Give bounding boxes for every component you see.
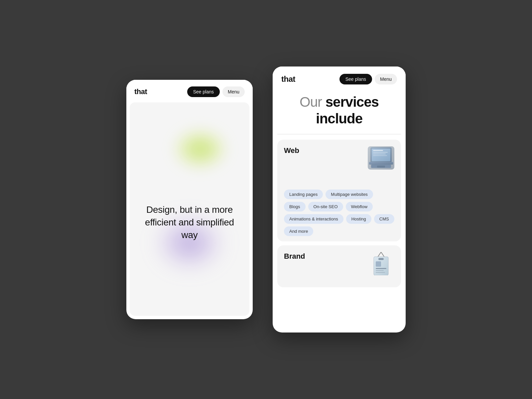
tag-blogs: Blogs	[284, 202, 306, 211]
tag-landing-pages: Landing pages	[284, 190, 323, 199]
web-card-image	[368, 146, 394, 170]
web-service-card: Web	[277, 140, 401, 241]
left-logo: that	[134, 87, 147, 96]
svg-rect-5	[373, 155, 387, 156]
svg-rect-2	[373, 150, 383, 151]
svg-rect-3	[373, 152, 388, 153]
right-phone-header: that See plans Menu	[273, 66, 406, 90]
section-divider	[277, 134, 401, 134]
tag-cms: CMS	[374, 214, 394, 224]
tag-multipage: Multipage websites	[326, 190, 373, 199]
hero-text-block: Design, but in a more efficient and simp…	[130, 197, 249, 248]
tag-hosting: Hosting	[346, 214, 371, 224]
tag-more: And more	[284, 226, 313, 236]
svg-rect-8	[377, 166, 385, 168]
svg-rect-6	[369, 162, 393, 165]
laptop-illustration	[368, 147, 394, 169]
services-title-bold: servicesinclude	[316, 94, 379, 126]
right-logo: that	[281, 74, 295, 84]
services-title: Our servicesinclude	[281, 94, 398, 127]
right-menu-button[interactable]: Menu	[375, 74, 397, 84]
brand-service-card: Brand	[277, 245, 401, 287]
svg-line-9	[378, 252, 381, 257]
tag-webflow: Webflow	[346, 202, 373, 211]
tag-animations: Animations & interactions	[284, 214, 343, 224]
services-content: Our servicesinclude Web	[273, 90, 406, 332]
brand-card-title: Brand	[284, 252, 305, 261]
web-card-title: Web	[284, 146, 299, 155]
left-phone: that See plans Menu Design, but in a mor…	[126, 80, 253, 319]
hero-paragraph: Design, but in a more efficient and simp…	[136, 203, 243, 241]
tag-seo: On-site SEO	[308, 202, 343, 211]
right-header-buttons: See plans Menu	[339, 74, 397, 84]
svg-line-10	[381, 252, 384, 257]
brand-card-header: Brand	[284, 252, 394, 275]
brand-illustration	[368, 252, 394, 275]
green-blob	[174, 129, 227, 169]
svg-rect-14	[376, 268, 386, 269]
services-heading: Our servicesinclude	[277, 90, 401, 133]
web-tags: Landing pages Multipage websites Blogs O…	[284, 190, 394, 236]
left-menu-button[interactable]: Menu	[222, 86, 245, 97]
left-header-buttons: See plans Menu	[187, 86, 245, 97]
svg-rect-15	[376, 270, 384, 271]
svg-rect-13	[376, 261, 381, 267]
web-card-header: Web	[284, 146, 394, 170]
svg-rect-12	[378, 258, 384, 260]
left-phone-hero: Design, but in a more efficient and simp…	[130, 102, 249, 316]
brand-card-image	[368, 252, 394, 275]
services-title-light: Our	[300, 94, 326, 110]
left-see-plans-button[interactable]: See plans	[187, 86, 220, 97]
right-see-plans-button[interactable]: See plans	[339, 74, 372, 84]
left-phone-header: that See plans Menu	[126, 80, 253, 102]
right-phone: that See plans Menu Our servicesinclude …	[273, 66, 406, 332]
svg-rect-4	[373, 154, 386, 154]
svg-rect-16	[376, 272, 385, 273]
